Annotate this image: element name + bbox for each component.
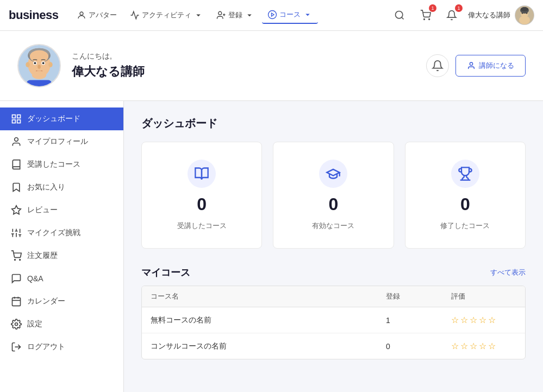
course-rating: ☆ ☆ ☆ ☆ ☆ <box>451 315 516 325</box>
svg-point-48 <box>20 260 21 261</box>
avatar-image <box>515 6 534 24</box>
hero-name: 偉大なる講師 <box>72 64 145 80</box>
sidebar-item-courses[interactable]: 受講したコース <box>0 153 123 176</box>
user-icon <box>467 61 476 70</box>
star-1: ☆ <box>451 341 459 351</box>
stars: ☆ ☆ ☆ ☆ ☆ <box>451 315 516 325</box>
sidebar-item-orders[interactable]: 注文履歴 <box>0 244 123 267</box>
chevron-down-icon <box>303 10 313 20</box>
search-button[interactable] <box>390 5 409 25</box>
cart-badge: 1 <box>429 4 436 12</box>
sidebar-item-dashboard[interactable]: ダッシュボード <box>0 108 123 130</box>
nav-item-course[interactable]: コース <box>262 7 318 24</box>
table-row: コンサルコースの名前 0 ☆ ☆ ☆ ☆ ☆ <box>142 333 525 359</box>
hero-left: こんにちは, 偉大なる講師 <box>17 44 145 87</box>
user-icon <box>11 136 22 147</box>
svg-rect-34 <box>13 120 16 123</box>
instructor-btn-label: 講師になる <box>479 61 514 71</box>
svg-rect-35 <box>17 120 21 123</box>
show-all-link[interactable]: すべて表示 <box>490 268 526 277</box>
dashboard-title: ダッシュボード <box>141 116 526 131</box>
sidebar-item-label: マイクイズ挑戦 <box>27 228 80 238</box>
star-5: ☆ <box>488 341 496 351</box>
svg-point-23 <box>48 62 53 67</box>
sidebar-item-reviews[interactable]: レビュー <box>0 199 123 222</box>
svg-point-26 <box>34 62 36 64</box>
shopping-cart-icon <box>11 250 22 261</box>
log-out-icon <box>11 342 22 352</box>
book-open-icon <box>194 166 209 181</box>
stat-label-completed: 修了したコース <box>440 221 490 231</box>
svg-point-12 <box>519 16 530 24</box>
sidebar-item-settings[interactable]: 設定 <box>0 313 123 336</box>
course-rating: ☆ ☆ ☆ ☆ ☆ <box>451 341 516 351</box>
svg-point-31 <box>470 62 472 65</box>
sidebar-item-favorites[interactable]: お気に入り <box>0 176 123 199</box>
app-logo[interactable]: business <box>9 8 58 22</box>
hero-greeting: こんにちは, <box>72 52 145 61</box>
col-header-name: コース名 <box>151 292 386 301</box>
star-4: ☆ <box>479 315 486 325</box>
main-layout: ダッシュボード マイプロフィール 受講したコース お気に入り レビュー マイクイ… <box>0 101 543 392</box>
stat-card-completed: 0 修了したコース <box>405 142 526 249</box>
stat-card-enrolled: 0 受講したコース <box>141 142 262 249</box>
star-5: ☆ <box>488 315 496 325</box>
user-circle-icon <box>77 10 86 20</box>
stat-count-completed: 0 <box>460 194 470 214</box>
sidebar-item-label: 注文履歴 <box>27 251 58 261</box>
col-header-enrollment: 登録 <box>386 292 451 301</box>
svg-point-6 <box>396 11 403 18</box>
cart-badge-wrap: 1 <box>416 5 435 25</box>
svg-rect-33 <box>17 115 21 118</box>
sidebar-item-label: ログアウト <box>27 342 65 352</box>
svg-point-53 <box>15 323 18 326</box>
sidebar-item-logout[interactable]: ログアウト <box>0 336 123 358</box>
hero-section: こんにちは, 偉大なる講師 講師になる <box>0 31 543 101</box>
become-instructor-button[interactable]: 講師になる <box>455 55 526 77</box>
star-icon <box>11 205 22 216</box>
sidebar: ダッシュボード マイプロフィール 受講したコース お気に入り レビュー マイクイ… <box>0 101 124 392</box>
nav-items: アバター アクティビティ 登録 コース <box>71 7 390 24</box>
my-courses-title: マイコース <box>141 266 190 279</box>
course-name: 無料コースの名前 <box>151 315 386 325</box>
nav-item-register[interactable]: 登録 <box>211 7 260 23</box>
nav-user-avatar <box>515 5 534 25</box>
svg-point-29 <box>32 71 47 79</box>
nav-item-avatar[interactable]: アバター <box>71 7 122 23</box>
stat-card-active: 0 有効なコース <box>273 142 394 249</box>
svg-point-0 <box>80 12 83 15</box>
svg-point-28 <box>38 65 41 69</box>
star-3: ☆ <box>470 315 477 325</box>
bell-badge: 1 <box>455 4 463 12</box>
bookmark-icon <box>11 182 22 193</box>
svg-point-27 <box>42 62 45 64</box>
svg-point-1 <box>219 11 222 15</box>
sidebar-item-qa[interactable]: Q&A <box>0 267 123 290</box>
sidebar-item-quiz[interactable]: マイクイズ挑戦 <box>0 222 123 244</box>
nav-user[interactable]: 偉大なる講師 <box>468 5 534 25</box>
user-plus-icon <box>216 10 226 20</box>
stat-count-active: 0 <box>329 194 339 214</box>
svg-point-4 <box>269 11 277 19</box>
nav-item-activity[interactable]: アクティビティ <box>124 7 209 23</box>
star-2: ☆ <box>460 341 468 351</box>
svg-rect-30 <box>27 80 52 86</box>
stat-count-enrolled: 0 <box>197 194 207 214</box>
sidebar-item-profile[interactable]: マイプロフィール <box>0 130 123 153</box>
my-courses-header: マイコース すべて表示 <box>141 266 526 279</box>
hero-text: こんにちは, 偉大なる講師 <box>72 52 145 80</box>
hero-avatar-image <box>18 45 60 86</box>
sidebar-item-label: Q&A <box>27 274 43 283</box>
svg-point-36 <box>15 138 18 142</box>
svg-point-9 <box>429 19 430 20</box>
stars: ☆ ☆ ☆ ☆ ☆ <box>451 341 516 351</box>
hero-bell-button[interactable] <box>426 54 449 77</box>
chevron-down-icon <box>194 10 203 20</box>
sidebar-item-calendar[interactable]: カレンダー <box>0 290 123 313</box>
svg-rect-32 <box>13 115 16 118</box>
main-content: ダッシュボード 0 受講したコース 0 有効なコース <box>124 101 543 392</box>
search-icon <box>394 10 405 21</box>
hero-avatar <box>17 44 61 87</box>
nav-item-label: アバター <box>89 10 117 20</box>
top-navigation: business アバター アクティビティ 登録 コース <box>0 0 543 31</box>
